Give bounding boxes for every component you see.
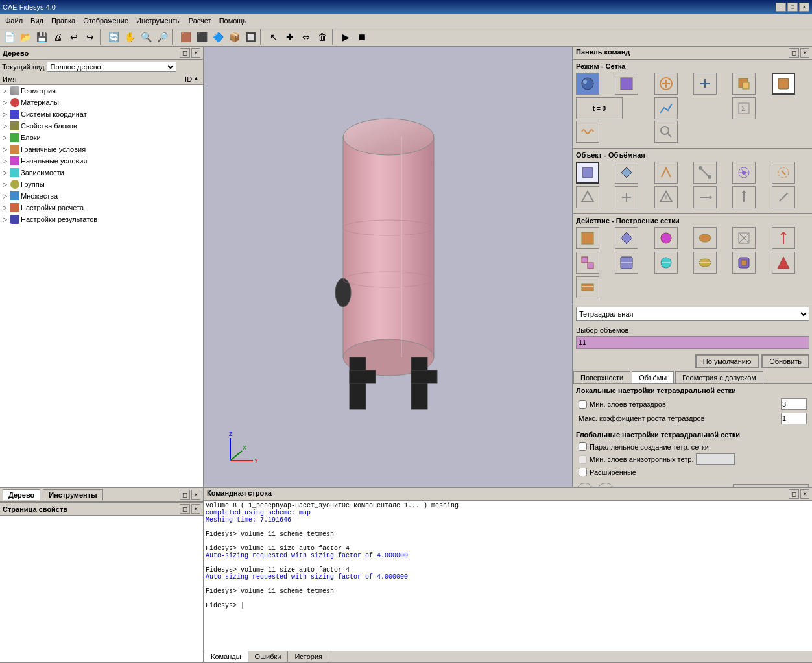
obj-btn-8[interactable] [615, 186, 638, 208]
tree-sort-icon[interactable]: ▲ [192, 75, 200, 83]
cmd-panel-close-btn[interactable]: × [800, 48, 809, 58]
mode-search-btn[interactable] [654, 121, 678, 143]
act-btn-4[interactable] [693, 227, 717, 249]
mode-time-btn[interactable]: t = 0 [576, 97, 623, 119]
toolbar-run[interactable]: ▶ [338, 29, 353, 45]
tree-item-mult[interactable]: ▷ Множества [0, 190, 203, 202]
tree-float-btn[interactable]: ◻ [180, 48, 190, 58]
obj-btn-12[interactable] [772, 186, 795, 208]
mode-btn-3[interactable] [654, 73, 678, 95]
toolbar-undo[interactable]: ↩ [66, 29, 82, 45]
toolbar-new[interactable]: 📄 [1, 29, 17, 45]
tree-item-geometry[interactable]: ▷ Геометрия [0, 85, 203, 97]
tab-tools[interactable]: Инструменты [43, 489, 102, 500]
cmd-tab-history[interactable]: История [288, 651, 329, 662]
expand-ic-icon[interactable]: ▷ [3, 158, 10, 164]
max-growth-input[interactable] [781, 413, 807, 424]
toolbar-cube[interactable]: 🟫 [178, 29, 193, 45]
expand-geometry-icon[interactable]: ▷ [3, 88, 10, 94]
cmd-close-btn[interactable]: × [800, 489, 809, 499]
cmd-panel-float-btn[interactable]: ◻ [789, 48, 799, 58]
update-button[interactable]: Обновить [761, 354, 809, 368]
expand-materials-icon[interactable]: ▷ [3, 99, 10, 106]
bottom-left-close-btn[interactable]: × [191, 490, 200, 500]
toolbar-open[interactable]: 📂 [18, 29, 33, 45]
act-btn-2[interactable] [615, 227, 638, 249]
mode-btn-1[interactable] [576, 73, 599, 95]
bottom-left-float-btn[interactable]: ◻ [180, 490, 190, 500]
props-close-btn[interactable]: × [191, 504, 200, 514]
mode-graph-btn[interactable] [654, 97, 678, 119]
toolbar-zoom-in[interactable]: 🔍 [138, 29, 154, 45]
close-button[interactable]: × [799, 3, 809, 12]
tree-item-ressettings[interactable]: ▷ Настройки результатов [0, 213, 203, 225]
toolbar-delete[interactable]: 🗑 [315, 29, 330, 45]
tree-item-groups[interactable]: ▷ Группы [0, 178, 203, 190]
menu-view[interactable]: Вид [27, 16, 47, 26]
tab-volumes[interactable]: Объёмы [632, 371, 674, 383]
mesh-type-dropdown[interactable]: Тетраэдральная [576, 307, 809, 321]
tab-tree[interactable]: Дерево [3, 489, 40, 500]
tree-item-dep[interactable]: ▷ Зависимости [0, 167, 203, 178]
menu-tools[interactable]: Инструменты [132, 16, 185, 26]
tree-close-btn[interactable]: × [191, 48, 200, 58]
tree-item-bc[interactable]: ▷ Граничные условия [0, 143, 203, 155]
obj-btn-5[interactable] [732, 162, 756, 184]
tree-item-materials[interactable]: ▷ Материалы [0, 97, 203, 108]
act-btn-11[interactable] [732, 252, 756, 274]
act-btn-10[interactable] [693, 252, 717, 274]
act-btn-13[interactable] [576, 276, 599, 298]
minimize-button[interactable]: _ [776, 3, 786, 12]
mode-wave-btn[interactable] [576, 121, 599, 143]
obj-btn-7[interactable] [576, 186, 599, 208]
obj-btn-6[interactable] [772, 162, 795, 184]
menu-edit[interactable]: Правка [47, 16, 79, 26]
toolbar-select[interactable]: ↖ [266, 29, 281, 45]
props-float-btn[interactable]: ◻ [180, 504, 190, 514]
toolbar-pan[interactable]: ✋ [122, 29, 137, 45]
obj-btn-9[interactable] [654, 186, 678, 208]
expand-bc-icon[interactable]: ▷ [3, 146, 10, 152]
toolbar-sphere[interactable]: ⬛ [194, 29, 209, 45]
tab-geometry-tolerance[interactable]: Геометрия с допуском [675, 371, 763, 383]
act-btn-7[interactable] [576, 252, 599, 274]
maximize-button[interactable]: □ [787, 3, 798, 12]
toolbar-redo[interactable]: ↪ [82, 29, 98, 45]
obj-btn-3[interactable] [654, 162, 678, 184]
tree-item-blocks[interactable]: ▷ Блоки [0, 132, 203, 143]
extended-checkbox[interactable] [579, 468, 587, 476]
toolbar-save[interactable]: 💾 [34, 29, 49, 45]
min-anisotropic-checkbox[interactable] [579, 455, 587, 464]
act-btn-3[interactable] [654, 227, 678, 249]
act-btn-5[interactable] [732, 227, 756, 249]
mode-btn-5[interactable] [732, 73, 756, 95]
act-btn-6[interactable] [772, 227, 795, 249]
act-btn-9[interactable] [654, 252, 678, 274]
min-layers-input[interactable] [781, 398, 807, 410]
volume-select-input[interactable]: 11 [576, 336, 809, 349]
obj-btn-10[interactable] [693, 186, 717, 208]
toolbar-cylinder[interactable]: 🔷 [210, 29, 226, 45]
tree-item-coord[interactable]: ▷ Системы координат [0, 108, 203, 120]
menu-calc[interactable]: Расчет [185, 16, 215, 26]
obj-btn-4[interactable] [693, 162, 717, 184]
expand-blocks-icon[interactable]: ▷ [3, 134, 10, 141]
cmd-float-btn[interactable]: ◻ [789, 489, 799, 499]
mode-btn-4[interactable] [693, 73, 717, 95]
toolbar-scale[interactable]: ⇔ [298, 29, 314, 45]
toolbar-stop[interactable]: ⏹ [354, 29, 370, 45]
menu-help[interactable]: Помощь [215, 16, 251, 26]
expand-dep-icon[interactable]: ▷ [3, 169, 10, 176]
tree-item-calcsettings[interactable]: ▷ Настройки расчета [0, 202, 203, 213]
expand-ressettings-icon[interactable]: ▷ [3, 216, 10, 223]
toolbar-rotate[interactable]: 🔄 [106, 29, 121, 45]
expand-mult-icon[interactable]: ▷ [3, 193, 10, 199]
act-btn-8[interactable] [615, 252, 638, 274]
act-btn-1[interactable] [576, 227, 599, 249]
toolbar-mesh[interactable]: 🔲 [243, 29, 258, 45]
menu-file[interactable]: Файл [1, 16, 27, 26]
obj-btn-11[interactable] [732, 186, 756, 208]
3d-viewport[interactable]: Z Y X [204, 47, 572, 487]
expand-groups-icon[interactable]: ▷ [3, 181, 10, 187]
obj-btn-2[interactable] [615, 162, 638, 184]
